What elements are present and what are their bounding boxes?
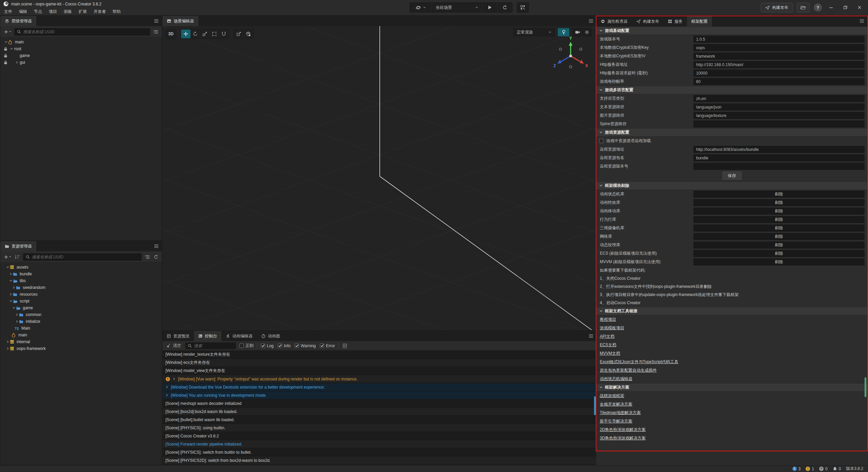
console-log-row[interactable]: [Scene] [PHYSICS]: using builtin. [163,424,596,432]
expand-arrow-icon[interactable] [173,377,176,380]
solution-link[interactable]: 2D角色扮演游戏解决方案 [596,426,867,434]
lighting-toggle-button[interactable] [558,28,569,36]
hierarchy-search[interactable] [14,28,150,36]
console-clear-button[interactable]: 清空 [166,343,182,349]
console-log-list[interactable]: [Window] render_texture文件夹存在[Window] ecs… [163,351,596,465]
rotate-tool-button[interactable] [191,29,200,38]
trim-delete-button[interactable]: 剔除 [693,199,865,206]
rect-tool-button[interactable] [210,29,219,38]
trim-delete-button[interactable]: 剔除 [693,191,865,198]
assets-sort-button[interactable] [14,255,21,259]
console-search[interactable] [185,342,236,349]
tree-item-initialize[interactable]: initialize [0,318,162,325]
3d-toggle-button[interactable]: 3D [166,29,176,38]
property-input[interactable] [693,61,865,68]
tree-item-root[interactable]: root [0,45,162,52]
inspector-scrollbar-thumb[interactable] [865,377,866,397]
menu-item[interactable]: 编辑 [16,8,31,15]
open-project-folder-button[interactable] [797,3,810,12]
tab-控制台[interactable]: 控制台 [194,331,221,341]
tab-框架配置[interactable]: 框架配置 [687,16,712,26]
tree-item-gui[interactable]: gui [0,59,162,66]
assets-filter-button[interactable] [144,255,151,259]
regex-checkbox[interactable]: 正则 [239,343,254,349]
scene-menu-icon[interactable] [589,19,593,23]
console-menu-icon[interactable] [589,334,593,338]
regex-option[interactable]: 正则 [239,343,254,349]
save-button[interactable]: 保存 [723,172,742,180]
doc-link[interactable]: API文档 [596,332,867,341]
tree-item-seedrandom[interactable]: seedrandom [0,284,162,291]
menu-item[interactable]: 开发者 [90,8,109,15]
chevron-down-icon[interactable] [12,306,16,310]
section-resources[interactable]: 游戏资源配置 [596,128,867,137]
chevron-right-icon[interactable] [8,293,13,296]
tree-item-common[interactable]: common [0,311,162,318]
doc-link[interactable]: ECS文档 [596,341,867,349]
property-input[interactable] [693,146,865,153]
tab-动画编辑器[interactable]: 动画编辑器 [221,331,257,341]
solution-link[interactable]: 战棋游戏框架 [596,392,867,400]
restore-button[interactable] [840,3,850,12]
chevron-down-icon[interactable] [4,40,8,44]
console-log-row[interactable]: [Window] model_view文件夹存在 [163,367,596,375]
trim-delete-button[interactable]: 剔除 [693,233,865,240]
checkbox[interactable] [295,343,299,348]
assets-menu-icon[interactable] [154,244,159,248]
property-input[interactable] [693,154,865,161]
tab-hierarchy[interactable]: 层级管理器 [0,16,36,26]
tree-item-Main[interactable]: TSMain [0,325,162,332]
solution-link[interactable]: 全栈开发解决方案 [596,400,867,409]
trim-delete-button[interactable]: 剔除 [693,216,865,223]
chevron-right-icon[interactable] [15,61,19,64]
console-log-row[interactable]: [Scene] [PHYSICS2D]: switch from box2d-w… [163,456,596,465]
trim-delete-button[interactable]: 剔除 [693,208,865,215]
chevron-right-icon[interactable] [5,347,10,350]
filter-info[interactable]: Info [278,343,291,348]
property-input[interactable] [693,53,865,60]
console-log-file-button[interactable] [342,343,348,348]
camera-button[interactable] [573,28,582,36]
trim-delete-button[interactable]: 剔除 [693,241,865,249]
console-log-row[interactable]: [Window] render_texture文件夹存在 [163,351,596,359]
console-log-row[interactable]: [Scene] [PHYSICS]: switch from builtin t… [163,448,596,456]
checkbox[interactable] [261,343,265,348]
create-asset-button[interactable] [3,255,12,259]
remote-load-checkbox[interactable] [599,139,604,143]
scale-tool-button[interactable] [200,29,210,38]
section-module-trim[interactable]: 框架模块剔除 [596,181,867,190]
doc-link[interactable]: 游戏模板项目 [596,324,867,332]
doc-link[interactable]: Excel格式转Json文件与TypeScript代码工具 [596,358,867,366]
tab-构建发布[interactable]: 构建发布 [632,16,664,26]
checkbox[interactable] [320,343,324,348]
tree-item-libs[interactable]: libs [0,277,162,284]
property-input[interactable] [693,163,865,170]
grid-snap-button[interactable] [234,29,243,38]
expand-arrow-icon[interactable] [165,394,169,397]
menu-item[interactable]: 面板 [60,8,75,15]
render-mode-select[interactable]: 正常渲染 [513,28,555,36]
trim-delete-button[interactable]: 剔除 [693,250,865,257]
console-log-row[interactable]: [Window] You are running Vue in developm… [163,391,596,399]
console-log-row[interactable]: [Scene] [box2d]:box2d wasm lib loaded. [163,408,596,416]
doc-link[interactable]: 原生包热更新配置自动生成插件 [596,366,867,375]
doc-link[interactable]: 教程项目 [596,315,867,324]
doc-link[interactable]: MVVM文档 [596,349,867,358]
tree-item-internal[interactable]: internal [0,338,162,345]
chevron-right-icon[interactable] [15,313,19,316]
filter-log[interactable]: Log [261,343,274,348]
build-publish-button[interactable]: 构建发布 [761,3,793,12]
property-input[interactable] [693,78,865,85]
solution-link[interactable]: 3D角色扮演游戏解决方案 [596,434,867,442]
tree-item-assets[interactable]: assets [0,264,162,271]
scene-target-select[interactable]: 当前场景 [432,3,482,12]
inspector-menu-icon[interactable] [860,19,864,23]
section-doc-links[interactable]: 框架文档工具链接 [596,307,867,315]
filter-error[interactable]: Error [320,343,335,348]
doc-link[interactable]: 动画状态机编辑器 [596,375,867,383]
expand-arrow-icon[interactable] [165,386,169,389]
cube-snap-button[interactable] [243,29,253,38]
restart-button[interactable] [497,3,512,12]
property-input[interactable] [693,95,865,102]
tree-item-oops-framework[interactable]: oops-framework [0,345,162,352]
